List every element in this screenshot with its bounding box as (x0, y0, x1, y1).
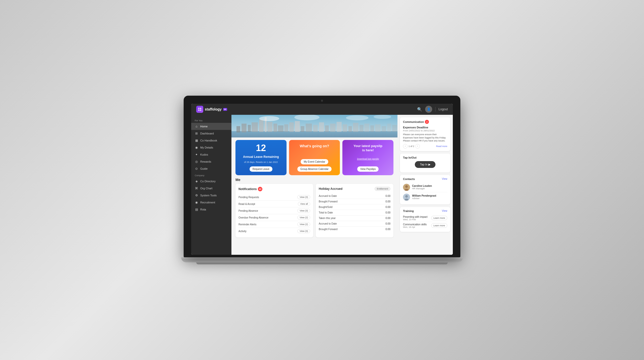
contacts-view-link[interactable]: View (442, 177, 448, 180)
next-page-button[interactable]: › (415, 144, 420, 149)
sidebar-item-guide[interactable]: ⊙ Guide (191, 165, 231, 172)
notifications-panel: Notifications 10 Pending Requests View (… (235, 184, 313, 237)
right-panel: Communication 2 Expenses Deadline From 2… (397, 115, 453, 255)
sidebar-item-my-details[interactable]: ◉ My Details (191, 144, 231, 151)
comm-item-title: Expenses Deadline (403, 126, 447, 129)
sidebar-item-system-tools[interactable]: ⚙ System Tools (191, 192, 231, 199)
notif-btn-4[interactable]: View (2) (297, 222, 310, 226)
svg-rect-3 (200, 110, 201, 111)
logo-icon (196, 106, 203, 113)
divider (435, 107, 435, 112)
notif-label-2: Pending Absence (238, 209, 258, 212)
notif-btn-1[interactable]: View all (298, 202, 310, 206)
sidebar-item-org-label: Org Chart (200, 187, 212, 190)
svg-rect-7 (242, 124, 247, 132)
notif-label-1: Read & Accept (238, 203, 255, 205)
dashboard-icon: ⊞ (195, 132, 198, 135)
prev-page-button[interactable]: ‹ (403, 144, 408, 149)
sidebar-item-kudos[interactable]: ✦ Kudos (191, 151, 231, 158)
sidebar-item-co-directory[interactable]: ◈ Co Directory (191, 178, 231, 185)
sidebar-item-rota-label: Rota (200, 208, 206, 211)
communication-header: Communication 2 (403, 120, 447, 124)
top-bar: staffology IR 🔍 👤 Logout (191, 104, 453, 115)
me-panels: Notifications 10 Pending Requests View (… (235, 184, 393, 237)
training-name-0: Pesenting with impact (403, 215, 427, 218)
svg-rect-14 (278, 125, 284, 132)
entitlement-badge[interactable]: Entitlement (375, 187, 390, 191)
notif-btn-0[interactable]: View (3) (297, 195, 310, 199)
sidebar-item-dashboard[interactable]: ⊞ Dashboard (191, 130, 231, 137)
sidebar-item-rewards[interactable]: ◎ Rewards (191, 158, 231, 165)
holiday-title: Holiday Accrued (319, 187, 342, 191)
sidebar-item-dashboard-label: Dashboard (200, 132, 214, 135)
read-more-link[interactable]: Read more (436, 145, 447, 148)
search-icon[interactable]: 🔍 (417, 107, 422, 112)
svg-rect-16 (289, 122, 294, 132)
leave-subtitle: of 28 days. Resets on 1 Jan 2022 (244, 161, 278, 163)
svg-rect-28 (359, 125, 364, 132)
training-header: Training View (403, 209, 447, 212)
logout-button[interactable]: Logout (438, 107, 448, 111)
contact-role-0: HR Manager (412, 187, 432, 190)
holiday-value-4: 0.00 (386, 217, 390, 220)
whats-on-card: What's going on? My Event Calendar Group… (289, 140, 340, 175)
hero-banner-image (231, 115, 397, 137)
comm-item-date: From 24/01/2022 to 28/01/2022 (403, 129, 447, 132)
holiday-row-3: Total to Date 0.00 (319, 210, 390, 215)
sidebar-item-co-handbook[interactable]: ▦ Co Handbook (191, 137, 231, 144)
org-chart-icon: ⌘ (195, 187, 198, 190)
learn-more-btn-1[interactable]: Learn more (431, 223, 447, 228)
sidebar-item-recruitment[interactable]: ◉ Recruitment (191, 199, 231, 206)
notif-header-left: Notifications 10 (238, 187, 262, 191)
svg-rect-25 (343, 124, 347, 132)
tap-in-label: Tap In ▶ (420, 163, 430, 166)
training-name-1: Communication skills (403, 223, 427, 226)
leave-card: 12 Annual Leave Remaining of 28 days. Re… (235, 140, 287, 175)
notif-row-1: Read & Accept View all (238, 201, 310, 207)
hero-banner (231, 115, 397, 137)
sidebar-item-org-chart[interactable]: ⌘ Org Chart (191, 185, 231, 192)
notif-btn-2[interactable]: View (3) (297, 209, 310, 213)
notif-btn-5[interactable]: View (3) (297, 229, 310, 233)
tap-in-button[interactable]: Tap In ▶ (415, 161, 435, 168)
user-avatar[interactable]: 👤 (425, 106, 432, 113)
sidebar-item-rota[interactable]: ▤ Rota (191, 206, 231, 213)
holiday-label-5: Accrued to Date (319, 222, 337, 225)
holiday-row-1: Brought Forward 0.00 (319, 199, 390, 204)
svg-rect-8 (248, 125, 251, 132)
svg-rect-17 (295, 121, 300, 132)
contact-name-1: William Pendergrast (412, 194, 436, 197)
request-leave-button[interactable]: Request Leave (250, 166, 272, 172)
system-tools-icon: ⚙ (195, 194, 198, 197)
svg-rect-24 (337, 122, 342, 132)
sidebar-item-home[interactable]: ⌂ Home (191, 123, 231, 130)
sidebar-item-handbook-label: Co Handbook (200, 139, 217, 142)
svg-rect-2 (198, 110, 199, 111)
comm-pagination: ‹ 1 of 2 › Read more (403, 144, 447, 149)
contacts-card: Contacts View Caroline Louden HR Manager (400, 175, 450, 204)
recruitment-icon: ◉ (195, 201, 198, 204)
download-payslip-link[interactable]: Download last payslip (357, 158, 379, 160)
laptop-base (181, 257, 463, 262)
pag-controls: ‹ 1 of 2 › (403, 144, 420, 149)
payslip-title-line1: Your latest payslip (353, 144, 382, 148)
my-event-calendar-button[interactable]: My Event Calendar (301, 159, 328, 164)
svg-rect-6 (236, 126, 240, 132)
svg-rect-21 (319, 122, 324, 132)
rewards-icon: ◎ (195, 160, 198, 163)
home-icon: ⌂ (195, 125, 198, 128)
training-view-link[interactable]: View (442, 209, 448, 212)
svg-rect-13 (273, 124, 277, 132)
notif-row-2: Pending Absence View (3) (238, 207, 310, 214)
group-absence-calendar-button[interactable]: Group Absence Calendar (297, 166, 332, 172)
notif-btn-3[interactable]: View (2) (297, 215, 310, 220)
leave-title: Annual Leave Remaining (243, 155, 279, 159)
tap-card: Tap In/Out Tap In ▶ (400, 154, 450, 172)
whats-on-title: What's going on? (300, 144, 329, 148)
main-layout: For You ⌂ Home ⊞ Dashboard ▦ Co Handbook (191, 115, 453, 255)
holiday-row-0: Accrued to Date 0.00 (319, 193, 390, 199)
learn-more-btn-0[interactable]: Learn more (431, 216, 447, 220)
view-payslips-button[interactable]: View Payslips (357, 166, 379, 172)
handbook-icon: ▦ (195, 139, 198, 142)
contact-item-0: Caroline Louden HR Manager (403, 183, 447, 192)
